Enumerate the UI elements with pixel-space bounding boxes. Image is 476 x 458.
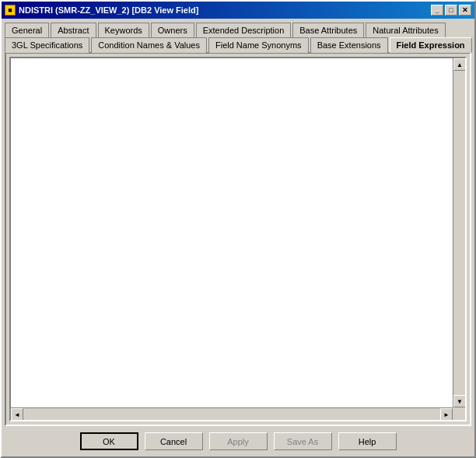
help-button[interactable]: Help (338, 432, 397, 450)
tab-base-attributes[interactable]: Base Attributes (292, 23, 364, 37)
tab-container-row1: General Abstract Keywords Owners Extende… (2, 19, 474, 37)
main-window: ■ NDISTRI (SMR-ZZ_VIEW_2) [DB2 View Fiel… (0, 0, 476, 458)
app-icon: ■ (5, 5, 16, 16)
content-inner: ▲ ▼ ◄ ► (9, 57, 467, 421)
cancel-button[interactable]: Cancel (145, 432, 203, 450)
tab-owners[interactable]: Owners (151, 23, 194, 37)
scroll-track-horizontal[interactable] (23, 408, 440, 420)
scroll-up-button[interactable]: ▲ (453, 58, 466, 71)
scrollbar-horizontal[interactable]: ◄ ► (11, 407, 453, 420)
tab-3gl-specifications[interactable]: 3GL Specifications (5, 37, 89, 53)
scroll-down-button[interactable]: ▼ (453, 395, 466, 407)
tab-row-1: General Abstract Keywords Owners Extende… (5, 22, 471, 37)
apply-button[interactable]: Apply (209, 432, 268, 450)
tab-abstract[interactable]: Abstract (51, 23, 96, 37)
scroll-corner (453, 407, 465, 420)
tab-row-2: 3GL Specifications Condition Names & Val… (5, 37, 471, 52)
minimize-button[interactable]: _ (431, 5, 443, 16)
close-button[interactable]: ✕ (459, 5, 471, 16)
tab-keywords[interactable]: Keywords (98, 23, 149, 37)
tab-base-extensions[interactable]: Base Extensions (310, 37, 388, 53)
tab-condition-names-values[interactable]: Condition Names & Values (91, 37, 207, 53)
save-as-button[interactable]: Save As (274, 432, 332, 450)
button-bar: OK Cancel Apply Save As Help (2, 426, 474, 456)
scrollbar-vertical[interactable]: ▲ ▼ (453, 58, 465, 407)
content-area: ▲ ▼ ◄ ► (5, 52, 471, 426)
title-bar-content: ■ NDISTRI (SMR-ZZ_VIEW_2) [DB2 View Fiel… (5, 5, 198, 16)
tab-field-name-synonyms[interactable]: Field Name Synonyms (208, 37, 309, 53)
tab-extended-description[interactable]: Extended Description (196, 23, 292, 37)
maximize-button[interactable]: □ (445, 5, 457, 16)
tab-general[interactable]: General (5, 23, 49, 37)
tab-container-row2: 3GL Specifications Condition Names & Val… (2, 37, 474, 52)
scroll-right-button[interactable]: ► (440, 408, 453, 421)
ok-button[interactable]: OK (80, 432, 138, 450)
title-controls: _ □ ✕ (431, 5, 471, 16)
scroll-left-button[interactable]: ◄ (11, 408, 23, 421)
tab-natural-attributes[interactable]: Natural Attributes (366, 23, 445, 37)
window-title: NDISTRI (SMR-ZZ_VIEW_2) [DB2 View Field] (19, 5, 198, 15)
scroll-track-vertical[interactable] (453, 71, 465, 395)
title-bar: ■ NDISTRI (SMR-ZZ_VIEW_2) [DB2 View Fiel… (2, 2, 474, 19)
tab-field-expression[interactable]: Field Expression (390, 37, 472, 53)
